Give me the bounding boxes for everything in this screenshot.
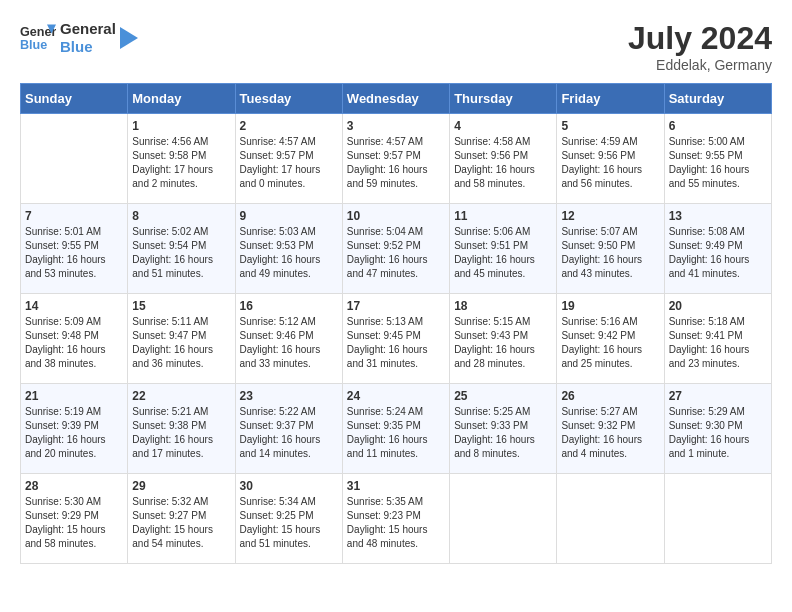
day-info: Sunrise: 4:59 AM Sunset: 9:56 PM Dayligh… (561, 135, 659, 191)
day-number: 28 (25, 479, 123, 493)
day-number: 9 (240, 209, 338, 223)
day-number: 22 (132, 389, 230, 403)
svg-text:Blue: Blue (20, 38, 47, 52)
calendar-day-cell: 24Sunrise: 5:24 AM Sunset: 9:35 PM Dayli… (342, 384, 449, 474)
day-number: 5 (561, 119, 659, 133)
calendar-day-cell: 15Sunrise: 5:11 AM Sunset: 9:47 PM Dayli… (128, 294, 235, 384)
calendar-day-cell: 13Sunrise: 5:08 AM Sunset: 9:49 PM Dayli… (664, 204, 771, 294)
day-info: Sunrise: 5:29 AM Sunset: 9:30 PM Dayligh… (669, 405, 767, 461)
day-number: 30 (240, 479, 338, 493)
calendar-day-cell: 6Sunrise: 5:00 AM Sunset: 9:55 PM Daylig… (664, 114, 771, 204)
day-number: 2 (240, 119, 338, 133)
day-info: Sunrise: 5:07 AM Sunset: 9:50 PM Dayligh… (561, 225, 659, 281)
weekday-header: Saturday (664, 84, 771, 114)
calendar-day-cell: 22Sunrise: 5:21 AM Sunset: 9:38 PM Dayli… (128, 384, 235, 474)
month-year-title: July 2024 (628, 20, 772, 57)
day-number: 4 (454, 119, 552, 133)
day-info: Sunrise: 5:11 AM Sunset: 9:47 PM Dayligh… (132, 315, 230, 371)
calendar-day-cell (450, 474, 557, 564)
calendar-day-cell: 9Sunrise: 5:03 AM Sunset: 9:53 PM Daylig… (235, 204, 342, 294)
day-info: Sunrise: 5:06 AM Sunset: 9:51 PM Dayligh… (454, 225, 552, 281)
day-info: Sunrise: 5:32 AM Sunset: 9:27 PM Dayligh… (132, 495, 230, 551)
weekday-header: Friday (557, 84, 664, 114)
calendar-day-cell: 3Sunrise: 4:57 AM Sunset: 9:57 PM Daylig… (342, 114, 449, 204)
day-info: Sunrise: 5:34 AM Sunset: 9:25 PM Dayligh… (240, 495, 338, 551)
day-info: Sunrise: 5:04 AM Sunset: 9:52 PM Dayligh… (347, 225, 445, 281)
calendar-day-cell: 29Sunrise: 5:32 AM Sunset: 9:27 PM Dayli… (128, 474, 235, 564)
day-number: 19 (561, 299, 659, 313)
day-info: Sunrise: 5:09 AM Sunset: 9:48 PM Dayligh… (25, 315, 123, 371)
day-number: 31 (347, 479, 445, 493)
calendar-table: SundayMondayTuesdayWednesdayThursdayFrid… (20, 83, 772, 564)
calendar-day-cell: 16Sunrise: 5:12 AM Sunset: 9:46 PM Dayli… (235, 294, 342, 384)
day-number: 18 (454, 299, 552, 313)
logo-arrow-icon (120, 27, 138, 49)
calendar-day-cell: 1Sunrise: 4:56 AM Sunset: 9:58 PM Daylig… (128, 114, 235, 204)
logo: General Blue General Blue (20, 20, 138, 56)
calendar-day-cell: 2Sunrise: 4:57 AM Sunset: 9:57 PM Daylig… (235, 114, 342, 204)
day-info: Sunrise: 5:22 AM Sunset: 9:37 PM Dayligh… (240, 405, 338, 461)
day-number: 20 (669, 299, 767, 313)
weekday-header: Tuesday (235, 84, 342, 114)
weekday-header: Wednesday (342, 84, 449, 114)
svg-marker-3 (120, 27, 138, 49)
day-info: Sunrise: 5:15 AM Sunset: 9:43 PM Dayligh… (454, 315, 552, 371)
day-info: Sunrise: 5:00 AM Sunset: 9:55 PM Dayligh… (669, 135, 767, 191)
calendar-day-cell (557, 474, 664, 564)
calendar-day-cell: 30Sunrise: 5:34 AM Sunset: 9:25 PM Dayli… (235, 474, 342, 564)
day-info: Sunrise: 5:08 AM Sunset: 9:49 PM Dayligh… (669, 225, 767, 281)
day-number: 7 (25, 209, 123, 223)
calendar-week-row: 28Sunrise: 5:30 AM Sunset: 9:29 PM Dayli… (21, 474, 772, 564)
day-number: 25 (454, 389, 552, 403)
day-info: Sunrise: 5:24 AM Sunset: 9:35 PM Dayligh… (347, 405, 445, 461)
day-number: 8 (132, 209, 230, 223)
title-block: July 2024 Eddelak, Germany (628, 20, 772, 73)
day-info: Sunrise: 5:16 AM Sunset: 9:42 PM Dayligh… (561, 315, 659, 371)
day-info: Sunrise: 4:58 AM Sunset: 9:56 PM Dayligh… (454, 135, 552, 191)
calendar-day-cell: 17Sunrise: 5:13 AM Sunset: 9:45 PM Dayli… (342, 294, 449, 384)
page-header: General Blue General Blue July 2024 Edde… (20, 20, 772, 73)
day-info: Sunrise: 5:01 AM Sunset: 9:55 PM Dayligh… (25, 225, 123, 281)
location-subtitle: Eddelak, Germany (628, 57, 772, 73)
calendar-day-cell: 20Sunrise: 5:18 AM Sunset: 9:41 PM Dayli… (664, 294, 771, 384)
calendar-day-cell: 12Sunrise: 5:07 AM Sunset: 9:50 PM Dayli… (557, 204, 664, 294)
day-number: 6 (669, 119, 767, 133)
calendar-day-cell: 25Sunrise: 5:25 AM Sunset: 9:33 PM Dayli… (450, 384, 557, 474)
calendar-day-cell (664, 474, 771, 564)
logo-icon: General Blue (20, 20, 56, 56)
calendar-day-cell (21, 114, 128, 204)
logo-subtext: Blue (60, 38, 116, 56)
day-number: 29 (132, 479, 230, 493)
day-info: Sunrise: 5:19 AM Sunset: 9:39 PM Dayligh… (25, 405, 123, 461)
day-info: Sunrise: 5:21 AM Sunset: 9:38 PM Dayligh… (132, 405, 230, 461)
calendar-week-row: 21Sunrise: 5:19 AM Sunset: 9:39 PM Dayli… (21, 384, 772, 474)
calendar-week-row: 1Sunrise: 4:56 AM Sunset: 9:58 PM Daylig… (21, 114, 772, 204)
day-number: 13 (669, 209, 767, 223)
calendar-week-row: 7Sunrise: 5:01 AM Sunset: 9:55 PM Daylig… (21, 204, 772, 294)
calendar-day-cell: 5Sunrise: 4:59 AM Sunset: 9:56 PM Daylig… (557, 114, 664, 204)
calendar-day-cell: 19Sunrise: 5:16 AM Sunset: 9:42 PM Dayli… (557, 294, 664, 384)
day-info: Sunrise: 4:56 AM Sunset: 9:58 PM Dayligh… (132, 135, 230, 191)
day-info: Sunrise: 5:03 AM Sunset: 9:53 PM Dayligh… (240, 225, 338, 281)
day-number: 21 (25, 389, 123, 403)
day-number: 27 (669, 389, 767, 403)
calendar-day-cell: 8Sunrise: 5:02 AM Sunset: 9:54 PM Daylig… (128, 204, 235, 294)
day-info: Sunrise: 5:12 AM Sunset: 9:46 PM Dayligh… (240, 315, 338, 371)
logo-text: General (60, 20, 116, 38)
day-number: 1 (132, 119, 230, 133)
calendar-day-cell: 31Sunrise: 5:35 AM Sunset: 9:23 PM Dayli… (342, 474, 449, 564)
day-info: Sunrise: 5:35 AM Sunset: 9:23 PM Dayligh… (347, 495, 445, 551)
day-number: 26 (561, 389, 659, 403)
calendar-day-cell: 21Sunrise: 5:19 AM Sunset: 9:39 PM Dayli… (21, 384, 128, 474)
day-number: 15 (132, 299, 230, 313)
calendar-week-row: 14Sunrise: 5:09 AM Sunset: 9:48 PM Dayli… (21, 294, 772, 384)
day-info: Sunrise: 4:57 AM Sunset: 9:57 PM Dayligh… (240, 135, 338, 191)
day-info: Sunrise: 4:57 AM Sunset: 9:57 PM Dayligh… (347, 135, 445, 191)
calendar-day-cell: 4Sunrise: 4:58 AM Sunset: 9:56 PM Daylig… (450, 114, 557, 204)
day-number: 10 (347, 209, 445, 223)
day-info: Sunrise: 5:13 AM Sunset: 9:45 PM Dayligh… (347, 315, 445, 371)
day-number: 16 (240, 299, 338, 313)
day-number: 17 (347, 299, 445, 313)
calendar-day-cell: 23Sunrise: 5:22 AM Sunset: 9:37 PM Dayli… (235, 384, 342, 474)
day-number: 12 (561, 209, 659, 223)
